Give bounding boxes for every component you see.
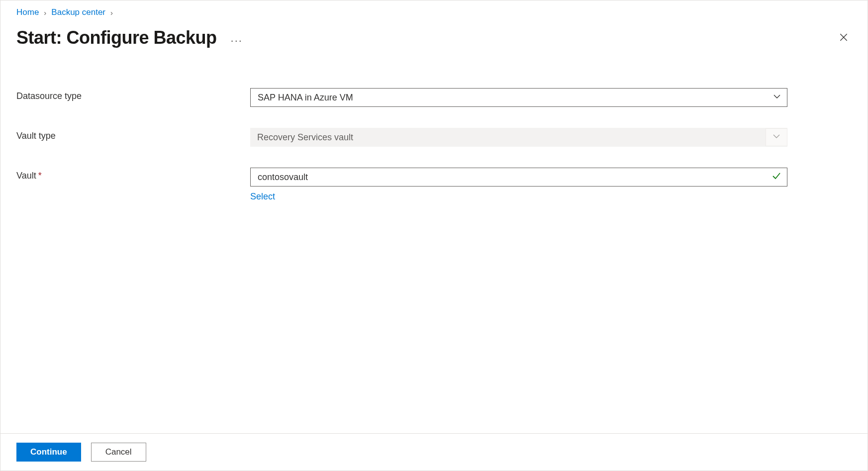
vault-value: contosovault — [258, 172, 308, 183]
select-vault-link[interactable]: Select — [250, 191, 275, 202]
footer-bar: Continue Cancel — [0, 433, 868, 471]
continue-button[interactable]: Continue — [16, 443, 81, 462]
breadcrumb: Home › Backup center › — [16, 7, 852, 17]
chevron-right-icon: › — [44, 8, 46, 17]
vault-label: Vault — [16, 171, 36, 181]
required-indicator: * — [38, 171, 42, 181]
vault-type-value: Recovery Services vault — [257, 132, 353, 143]
breadcrumb-home[interactable]: Home — [16, 7, 39, 17]
chevron-down-icon — [772, 132, 780, 143]
chevron-right-icon: › — [110, 8, 113, 17]
form-body: Datasource type SAP HANA in Azure VM Vau… — [0, 48, 868, 433]
vault-type-select: Recovery Services vault — [250, 128, 787, 147]
cancel-button[interactable]: Cancel — [91, 443, 146, 462]
chevron-down-icon — [773, 93, 781, 103]
page-title: Start: Configure Backup — [16, 27, 217, 48]
datasource-type-label: Datasource type — [16, 88, 250, 101]
vault-type-label: Vault type — [16, 128, 250, 141]
datasource-type-value: SAP HANA in Azure VM — [258, 93, 353, 103]
datasource-type-select[interactable]: SAP HANA in Azure VM — [250, 88, 787, 107]
check-icon — [772, 172, 781, 183]
close-button[interactable] — [836, 29, 852, 47]
close-icon — [839, 32, 849, 44]
breadcrumb-backup-center[interactable]: Backup center — [51, 7, 105, 17]
vault-input[interactable]: contosovault — [250, 168, 787, 187]
more-icon[interactable]: ··· — [231, 34, 243, 47]
